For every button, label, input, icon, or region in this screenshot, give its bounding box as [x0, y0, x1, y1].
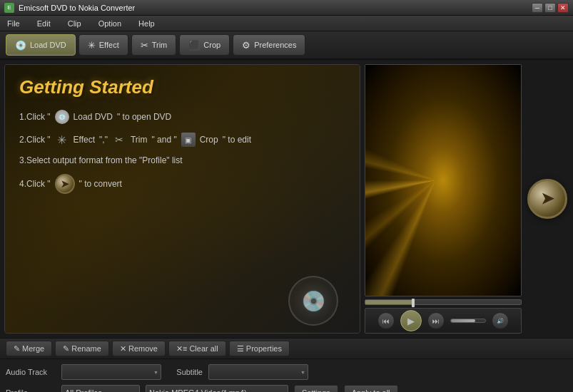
- profile-label: Profile: [6, 388, 56, 392]
- menu-file[interactable]: File: [4, 18, 23, 29]
- prev-button[interactable]: ⏮: [377, 312, 395, 329]
- seekbar-thumb[interactable]: [412, 299, 415, 307]
- crop-step-icon: ▣: [181, 133, 196, 147]
- title-bar: E Emicsoft DVD to Nokia Converter ─ □ ✕: [0, 0, 573, 16]
- effect-button[interactable]: ✳ Effect: [78, 34, 128, 56]
- dvd-icon: 💿: [15, 40, 26, 51]
- video-controls: ⏮ ▶ ⏭ 🔊: [365, 308, 522, 334]
- getting-started-content: Getting Started 1.Click " 💿 Load DVD " t…: [5, 65, 360, 214]
- profile-row: Profile All Profiles Nokia MPEG4 Video(*…: [6, 384, 567, 392]
- profile-left-select[interactable]: All Profiles: [61, 385, 140, 392]
- getting-started-panel: Getting Started 1.Click " 💿 Load DVD " t…: [4, 64, 360, 334]
- dvd-step-icon: 💿: [55, 110, 69, 124]
- subtitle-select-wrapper: [208, 364, 308, 380]
- convert-area: ➤: [526, 64, 569, 334]
- load-dvd-button[interactable]: 💿 Load DVD: [6, 34, 76, 56]
- profile-left-select-wrapper: All Profiles: [61, 385, 140, 392]
- minimize-button[interactable]: ─: [532, 3, 543, 13]
- getting-started-title: Getting Started: [19, 76, 345, 98]
- scissors-icon: ✂: [141, 40, 148, 51]
- gear-icon: ⚙: [242, 40, 250, 51]
- properties-button[interactable]: ☰ Properties: [229, 341, 290, 356]
- maximize-button[interactable]: □: [544, 3, 556, 13]
- crop-button[interactable]: ⬛ Crop: [179, 34, 230, 56]
- rename-button[interactable]: ✎ Rename: [55, 341, 109, 356]
- trim-button[interactable]: ✂ Trim: [131, 34, 177, 56]
- video-preview-inner: [365, 65, 521, 296]
- right-panel: ⏮ ▶ ⏭ 🔊: [365, 64, 522, 334]
- audio-track-select[interactable]: [61, 364, 161, 380]
- step-4: 4.Click " ➤ " to convert: [19, 174, 345, 194]
- remove-button[interactable]: ✕ Remove: [112, 341, 166, 356]
- settings-area: Audio Track Subtitle Profile All Profile…: [0, 359, 573, 392]
- video-preview: [365, 64, 522, 296]
- crop-icon: ⬛: [188, 40, 200, 51]
- toolbar: 💿 Load DVD ✳ Effect ✂ Trim ⬛ Crop ⚙ Pref…: [0, 31, 573, 60]
- video-seekbar[interactable]: [365, 299, 522, 305]
- menu-clip[interactable]: Clip: [65, 18, 84, 29]
- title-controls: ─ □ ✕: [532, 3, 569, 13]
- subtitle-label: Subtitle: [167, 368, 203, 376]
- menu-bar: File Edit Clip Option Help: [0, 16, 573, 31]
- convert-button[interactable]: ➤: [527, 179, 567, 219]
- mute-button[interactable]: 🔊: [492, 312, 509, 329]
- effect-step-icon: ✳: [55, 133, 69, 147]
- dvd-phone-decoration: 💿: [288, 276, 338, 326]
- volume-slider[interactable]: [450, 319, 486, 323]
- action-bar: ✎ Merge ✎ Rename ✕ Remove ✕≡ Clear all ☰…: [0, 338, 573, 359]
- audio-track-label: Audio Track: [6, 368, 56, 376]
- menu-option[interactable]: Option: [96, 18, 124, 29]
- menu-help[interactable]: Help: [136, 18, 158, 29]
- volume-fill: [451, 319, 475, 322]
- audio-subtitle-row: Audio Track Subtitle: [6, 363, 567, 381]
- trim-step-icon: ✂: [112, 133, 126, 147]
- merge-button[interactable]: ✎ Merge: [6, 341, 52, 356]
- title-bar-left: E Emicsoft DVD to Nokia Converter: [4, 3, 135, 13]
- convert-arrow-icon: ➤: [541, 190, 554, 208]
- step-2: 2.Click " ✳ Effect "," ✂ Trim " and " ▣ …: [19, 133, 345, 147]
- step-3: 3.Select output format from the "Profile…: [19, 155, 345, 165]
- menu-edit[interactable]: Edit: [34, 18, 54, 29]
- profile-right-select-wrapper: Nokia MPEG4 Video(*.mp4): [146, 385, 288, 392]
- dvd-decoration-circle: 💿: [288, 276, 338, 326]
- next-button[interactable]: ⏭: [427, 312, 445, 329]
- effect-icon: ✳: [88, 40, 96, 51]
- convert-step-icon: ➤: [55, 174, 75, 194]
- main-content: Getting Started 1.Click " 💿 Load DVD " t…: [0, 60, 573, 338]
- apply-to-all-button[interactable]: Apply to all: [344, 385, 398, 392]
- settings-button[interactable]: Settings: [294, 385, 338, 392]
- audio-track-select-wrapper: [61, 364, 161, 380]
- preferences-button[interactable]: ⚙ Preferences: [233, 34, 305, 56]
- window-title: Emicsoft DVD to Nokia Converter: [19, 4, 135, 12]
- app-icon: E: [4, 3, 14, 13]
- play-button[interactable]: ▶: [400, 310, 422, 331]
- profile-right-select[interactable]: Nokia MPEG4 Video(*.mp4): [146, 385, 288, 392]
- step-1: 1.Click " 💿 Load DVD " to open DVD: [19, 110, 345, 124]
- clear-all-button[interactable]: ✕≡ Clear all: [168, 341, 226, 356]
- close-button[interactable]: ✕: [557, 3, 569, 13]
- subtitle-select[interactable]: [208, 364, 308, 380]
